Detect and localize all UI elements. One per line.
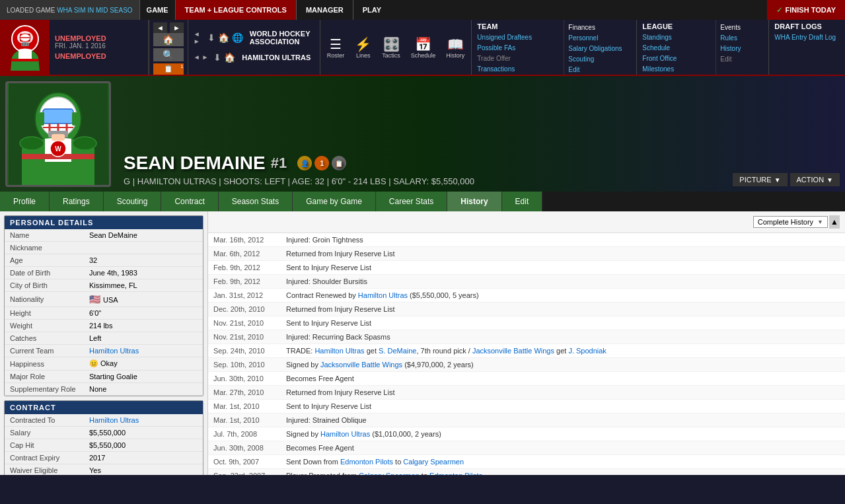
tab-contract[interactable]: Contract [161, 192, 218, 211]
tab-ratings[interactable]: Ratings [50, 192, 104, 211]
history-event-text: Becomes Free Agent [286, 444, 840, 452]
tab-edit[interactable]: Edit [502, 192, 543, 211]
league-history-link[interactable]: History [720, 44, 764, 54]
search-icon-button[interactable]: 🔍 [153, 48, 184, 61]
loaded-label-text: LOADED GAME [7, 7, 55, 14]
history-event-date: Jun. 30th, 2008 [213, 444, 286, 452]
personal-detail-row: Major RoleStarting Goalie [5, 371, 203, 383]
team-league-menu[interactable]: TEAM + LEAGUE CONTROLS [176, 0, 296, 20]
roster-button[interactable]: ☰ Roster [323, 35, 349, 60]
detail-link[interactable]: Hamilton Ultras [89, 347, 139, 355]
history-link[interactable]: Calgary Spearmen [403, 458, 464, 466]
history-event-date: Oct. 9th, 2007 [213, 458, 286, 466]
history-link[interactable]: Edmonton Pilots [340, 458, 393, 466]
league-menu-title: LEAGUE [642, 22, 710, 30]
rules-link[interactable]: Rules [720, 33, 764, 44]
unsigned-draftees-link[interactable]: Unsigned Draftees [477, 32, 558, 43]
picture-label: PICTURE [739, 176, 771, 184]
tab-career-stats[interactable]: Career Stats [376, 192, 447, 211]
history-event-date: Sep. 10th, 2010 [213, 361, 286, 369]
personal-detail-row: CatchesLeft [5, 332, 203, 345]
league-schedule-link[interactable]: Schedule [642, 43, 710, 54]
history-button[interactable]: 📖 History [442, 35, 468, 60]
salary-obligations-link[interactable]: Salary Obligations [568, 44, 632, 54]
tab-game-by-game[interactable]: Game by Game [293, 192, 376, 211]
team-nav-row[interactable]: ◄ ► ⬇ 🏠 HAMILTON ULTRAS [194, 52, 314, 63]
prev-arrow-button[interactable]: ◄ [153, 22, 167, 33]
player-badge-1[interactable]: 👤 [297, 156, 312, 170]
draft-menu-title: DRAFT LOGS [774, 22, 845, 30]
player-team: HAMILTON ULTRAS [137, 176, 217, 186]
history-link[interactable]: J. Spodniak [568, 347, 606, 355]
history-filter-dropdown[interactable]: Complete History ▼ [753, 216, 828, 228]
schedule-button[interactable]: 📅 Schedule [407, 35, 440, 60]
personal-detail-row: Nationality🇺🇸USA [5, 292, 203, 307]
team-nav-arrows[interactable]: ◄ ► [194, 54, 209, 61]
team-menu-title: TEAM [477, 22, 558, 30]
player-details-line: G | HAMILTON ULTRAS | SHOOTS: LEFT | AGE… [124, 176, 719, 186]
player-action-buttons: PICTURE ▼ ACTION ▼ [727, 76, 845, 192]
contract-link[interactable]: Hamilton Ultras [89, 416, 139, 424]
personnel-link[interactable]: Personnel [568, 33, 632, 44]
svg-point-27 [73, 137, 96, 150]
contract-detail-row: Waiver EligibleYes [5, 464, 203, 476]
tab-season-stats[interactable]: Season Stats [219, 192, 293, 211]
history-link[interactable]: Calgary Spearmen [359, 472, 420, 475]
history-link[interactable]: Hamilton Ultras [320, 430, 370, 438]
history-event-text: Returned from Injury Reserve List [286, 250, 840, 258]
possible-fas-link[interactable]: Possible FAs [477, 43, 558, 54]
standings-link[interactable]: Standings [642, 32, 710, 43]
tab-history[interactable]: History [447, 192, 501, 211]
history-link[interactable]: S. DeMaine [379, 347, 416, 355]
team-edit-link[interactable]: Edit [568, 65, 632, 75]
tactics-button[interactable]: 🎛️ Tactics [378, 35, 404, 60]
finish-today-button[interactable]: ✓ FINISH TODAY [767, 0, 845, 20]
wha-draft-log-link[interactable]: WHA Entry Draft Log [774, 32, 845, 43]
action-button[interactable]: ACTION ▼ [790, 173, 840, 186]
tab-scouting[interactable]: Scouting [104, 192, 162, 211]
history-link[interactable]: Edmonton Pilots [429, 472, 482, 475]
next-arrow-button[interactable]: ► [170, 22, 184, 33]
world-down-icon: ⬇ [207, 32, 215, 43]
events-menu: Events Rules History Edit [716, 20, 769, 75]
history-event-date: Mar. 1st, 2010 [213, 416, 286, 424]
history-scroll-up-button[interactable]: ▲ [829, 215, 840, 229]
personal-detail-row: Age32 [5, 254, 203, 267]
history-link[interactable]: Jacksonville Battle Wings [472, 347, 554, 355]
svg-point-26 [20, 137, 44, 150]
player-position: G [124, 176, 130, 186]
history-link[interactable]: Jacksonville Battle Wings [320, 361, 402, 369]
tab-profile[interactable]: Profile [0, 192, 50, 211]
lines-button[interactable]: ⚡ Lines [351, 35, 375, 60]
contract-value[interactable]: Hamilton Ultras [84, 414, 203, 427]
history-event-row: Mar. 1st, 2010Sent to Injury Reserve Lis… [208, 400, 845, 414]
notification-icon-button[interactable]: 📋1 [153, 63, 184, 75]
play-menu[interactable]: PLAY [353, 0, 390, 20]
player-goalie-avatar: W [9, 83, 108, 185]
world-nav-row[interactable]: ◄ ► ⬇ 🏠 🌐 WORLD HOCKEY ASSOCIATION [194, 30, 314, 46]
player-badge-2[interactable]: 1 [314, 156, 329, 170]
finances-link[interactable]: Finances [568, 22, 632, 33]
picture-button[interactable]: PICTURE ▼ [733, 173, 787, 186]
events-link[interactable]: Events [720, 22, 764, 33]
milestones-link[interactable]: Milestones [642, 64, 710, 75]
world-nav-arrows[interactable]: ◄ ► [194, 30, 202, 45]
history-event-text: Returned from Injury Reserve List [286, 388, 840, 396]
player-badge-3[interactable]: 📋 [332, 156, 346, 170]
detail-value[interactable]: Hamilton Ultras [84, 345, 203, 357]
trade-offer-link: Trade Offer [477, 54, 558, 64]
transactions-link[interactable]: Transactions [477, 64, 558, 75]
history-event-row: Feb. 9th, 2012Sent to Injury Reserve Lis… [208, 261, 845, 275]
player-icon-group: 👤 1 📋 [297, 156, 346, 170]
home-icon-button[interactable]: 🏠 [153, 33, 184, 46]
lines-icon: ⚡ [355, 36, 371, 52]
game-menu[interactable]: GAME [140, 0, 176, 20]
history-link[interactable]: Hamilton Ultras [358, 291, 408, 299]
manager-menu[interactable]: MANAGER [296, 0, 353, 20]
personal-detail-row: City of BirthKissimmee, FL [5, 279, 203, 292]
history-link[interactable]: Hamilton Ultras [314, 347, 364, 355]
front-office-link[interactable]: Front Office [642, 54, 710, 64]
history-event-row: Jul. 7th, 2008Signed by Hamilton Ultras … [208, 427, 845, 441]
scouting-link[interactable]: Scouting [568, 54, 632, 65]
detail-value: None [84, 383, 203, 396]
